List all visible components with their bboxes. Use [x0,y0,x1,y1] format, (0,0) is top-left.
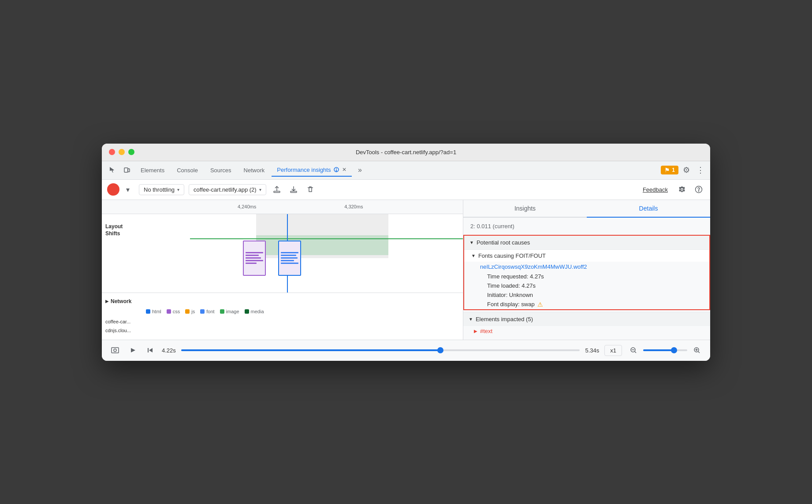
right-panel: Insights Details 2: 0.011 (current) ▼ Po… [463,200,710,340]
svg-rect-6 [291,191,297,193]
time-requested-row: Time requested: 4.27s [464,272,709,281]
upload-icon [272,185,281,194]
download-button[interactable] [287,183,300,196]
legend-html: html [146,309,161,314]
skip-start-icon [147,347,154,354]
tab-details[interactable]: Details [587,200,710,218]
preview-button[interactable] [109,344,121,356]
zoom-controls [627,344,703,356]
url-dropdown-arrow-icon: ▾ [259,187,261,192]
left-panel: 4,240ms 4,320ms Layout Shifts [102,200,463,340]
svg-point-4 [336,170,337,171]
throttling-dropdown[interactable]: No throttling ▾ [139,184,184,195]
media-color-dot [245,309,249,314]
screenshot-thumb-right [278,241,301,276]
network-header: ▶ Network [102,296,463,306]
tab-elements[interactable]: Elements [135,163,170,177]
tab-network[interactable]: Network [238,163,270,177]
legend-image: image [220,309,239,314]
font-file-link[interactable]: neILzCirqoswsqX9zoKmM4MwWJU.woff2 [464,262,709,272]
legend-font: font [200,309,214,314]
record-controls: ▾ [107,183,134,196]
potential-root-causes-header[interactable]: ▼ Potential root causes [464,236,709,250]
section-labels: Layout Shifts [102,214,146,293]
fonts-subsection-header[interactable]: ▼ Fonts causing FOIT/FOUT [464,250,709,262]
close-tab-icon[interactable]: ✕ [342,167,346,173]
right-panel-content: 2: 0.011 (current) ▼ Potential root caus… [463,218,710,340]
zoom-out-button[interactable] [627,344,640,356]
css-color-dot [167,309,171,314]
zoom-in-icon [693,346,701,354]
time-slider[interactable] [181,349,580,351]
svg-rect-1 [128,169,130,172]
expand-text-icon: ▶ [474,329,477,334]
slider-fill [181,349,440,351]
record-dropdown-button[interactable]: ▾ [121,183,134,196]
expand-fonts-icon: ▼ [471,253,476,258]
minimize-button[interactable] [119,149,125,155]
help-button[interactable] [693,183,705,196]
network-section: ▶ Network html css js [102,293,463,340]
zoom-slider-thumb[interactable] [671,347,677,353]
play-icon [129,347,136,354]
close-button[interactable] [109,149,115,155]
panel-tabs: Insights Details [463,200,710,218]
url-dropdown[interactable]: coffee-cart.netlify.app (2) ▾ [189,184,266,195]
warning-icon: ⚠ [537,301,543,308]
main-content: 4,240ms 4,320ms Layout Shifts [102,200,710,340]
title-bar: DevTools - coffee-cart.netlify.app/?ad=1 [102,144,710,161]
toolbar-settings-button[interactable] [676,183,688,196]
tab-console[interactable]: Console [171,163,203,177]
speed-selector[interactable]: x1 [604,345,622,356]
more-tabs-button[interactable]: » [354,164,366,176]
performance-insights-icon [333,167,339,173]
feedback-link[interactable]: Feedback [639,186,671,193]
delete-button[interactable] [304,183,317,196]
expand-elements-icon: ▼ [469,317,473,322]
svg-point-10 [114,349,116,352]
tab-sources[interactable]: Sources [205,163,237,177]
tab-insights[interactable]: Insights [463,200,587,218]
pointer-icon[interactable] [105,163,119,177]
elements-child-item[interactable]: ▶ #text [463,326,710,336]
image-color-dot [220,309,224,314]
svg-rect-11 [148,348,149,352]
timeline-green-line [190,238,463,239]
time-end-label: 5.34s [585,347,599,354]
slider-thumb[interactable] [437,347,443,353]
download-icon [289,185,298,194]
layout-shifts-label: Layout Shifts [105,223,123,238]
layout-shifts-section: Layout Shifts [102,214,463,293]
help-icon [695,185,703,193]
upload-button[interactable] [271,183,283,196]
devtools-more-options-button[interactable]: ⋮ [694,164,707,176]
play-button[interactable] [127,344,139,356]
device-icon[interactable] [120,163,134,177]
notification-badge[interactable]: ⚑ 1 [661,166,678,174]
version-text: 2: 0.011 (current) [463,221,710,235]
maximize-button[interactable] [128,149,134,155]
timeline-header: 4,240ms 4,320ms [102,200,463,214]
time-loaded-row: Time loaded: 4.27s [464,281,709,290]
svg-rect-5 [274,191,280,193]
timeline-canvas [190,214,463,293]
throttling-arrow-icon: ▾ [177,187,179,192]
devtools-settings-button[interactable]: ⚙ [680,164,693,176]
screenshot-thumb-left [243,241,266,276]
time-slider-container [181,349,580,351]
network-expand-icon[interactable]: ▶ [105,299,109,304]
devtools-window: DevTools - coffee-cart.netlify.app/?ad=1… [102,144,710,361]
elements-impacted-section: ▼ Elements impacted (5) ▶ #text [463,312,710,336]
skip-start-button[interactable] [144,344,156,356]
tabs-bar: Elements Console Sources Network Perform… [102,161,710,180]
expand-root-causes-icon: ▼ [469,240,474,245]
network-legend: html css js font [102,306,463,317]
legend-js: js [185,309,195,314]
preview-icon [111,346,119,355]
record-button[interactable] [107,183,119,196]
elements-impacted-header[interactable]: ▼ Elements impacted (5) [463,312,710,326]
zoom-slider[interactable] [643,349,687,351]
zoom-in-button[interactable] [691,344,703,356]
fonts-section: ▼ Fonts causing FOIT/FOUT neILzCirqoswsq… [464,250,709,309]
tab-performance-insights[interactable]: Performance insights ✕ [272,163,352,177]
